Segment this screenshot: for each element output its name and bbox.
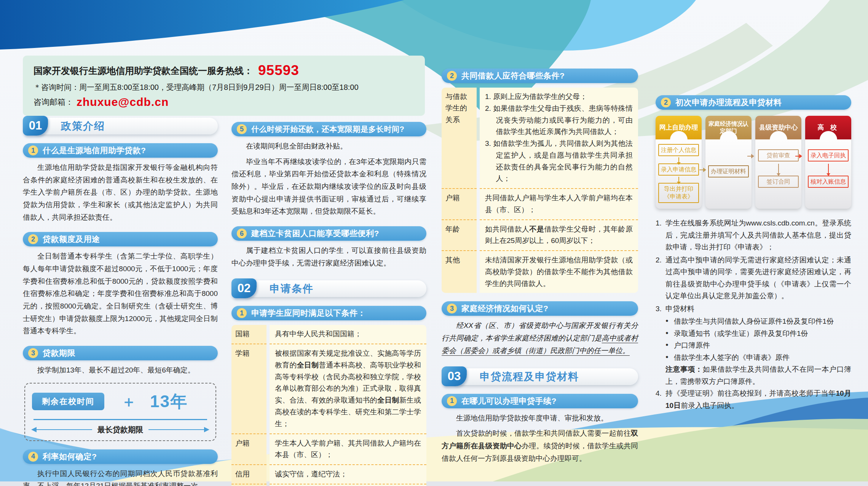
bullet-item: ● 录取通知书（或学生证）原件及复印件1份 [656, 328, 851, 340]
bullet-icon: ● [665, 339, 674, 352]
question-header-where-to-apply: 1 在哪儿可以办理申贷手续? [442, 394, 638, 408]
bullet-icon: ● [665, 328, 674, 340]
row-label: 年龄 [442, 219, 477, 251]
row-value: 学生本人入学前户籍、其共同借款人户籍均在本县（市、区）； [270, 433, 426, 465]
flow-step: 导出并打印《申请表》 [658, 183, 699, 203]
flow-step: 办理证明材料 [708, 165, 749, 177]
hotline-number: 95593 [258, 62, 299, 78]
table-row: 学籍 被根据国家有关规定批准设立、实施高等学历教育的全日制普通本科高校、高等职业… [231, 344, 426, 433]
question-title: 初次申请办理流程及申贷材料 [675, 97, 782, 108]
diagram-divider-line [34, 419, 207, 420]
down-arrow-icon [678, 177, 679, 182]
row-label: 家庭情况 [231, 484, 266, 486]
bullet-item: ● 借款学生本人签字的《申请表》原件 [656, 352, 851, 364]
question-number-badge: 1 [447, 396, 457, 406]
email-address: zhuxue@cdb.cn [77, 96, 169, 108]
email-label: 咨询邮箱： [34, 98, 73, 106]
numbered-item-4: 4. 持《受理证明》前往高校报到，并请高校老师于当年10月10日前录入电子回执。 [656, 387, 851, 411]
flow-card-county-center: 县级资助中心 贷前审查 签订合同 [755, 116, 801, 209]
student-conditions-table: 国籍 具有中华人民共和国国籍； 学籍 被根据国家有关规定批准设立、实施高等学历教… [231, 325, 426, 486]
question-title: 什么时候开始还款，还本宽限期是多长时间? [251, 124, 404, 134]
table-row: 年龄 如共同借款人不是借款学生父母时，其年龄原则上在25周岁以上，60周岁以下； [442, 219, 638, 251]
table-row: 户籍 学生本人入学前户籍、其共同借款人户籍均在本县（市、区）； [231, 433, 426, 465]
row-value: 诚实守信，遵纪守法； [270, 464, 426, 484]
row-value: 1. 原则上应为借款学生的父母； 2. 如果借款学生父母由于残疾、患病等特殊情况… [480, 88, 638, 188]
poster-page: 国家开发银行生源地信用助学贷款全国统一服务热线：95593 ＊咨询时间：周一至周… [0, 0, 868, 486]
down-arrow-icon [828, 164, 829, 174]
question-header-student-conditions: 1 申请学生应同时满足以下条件： [231, 306, 426, 320]
question-title: 建档立卡贫困人口能享受哪些便利? [251, 228, 379, 239]
row-label: 学籍 [231, 344, 266, 433]
paragraph-poverty-card: 属于建档立卡贫困人口的学生，可以直接前往县级资助中心办理申贷手续，无需进行家庭经… [231, 245, 426, 269]
bold-segment: 不是 [530, 225, 544, 233]
max-term-axis: 最长贷款期限 [32, 425, 209, 435]
item-text: 持《受理证明》前往高校报到，并请高校老师于当年10月10日前录入电子回执。 [665, 387, 851, 411]
question-title: 在哪儿可以办理申贷手续? [461, 396, 557, 406]
question-title: 什么是生源地信用助学贷款? [43, 145, 146, 156]
question-header-poverty-card: 6 建档立卡贫困人口能享受哪些便利? [231, 226, 426, 241]
cosigner-conditions-table: 与借款学生的关系 1. 原则上应为借款学生的父母； 2. 如果借款学生父母由于残… [442, 88, 638, 293]
flow-card-header: 高 校 [805, 116, 851, 139]
flow-card-header: 网上自助办理 [656, 116, 702, 139]
column-policy: 政策介绍 01 1 什么是生源地信用助学贷款? 生源地信用助学贷款是指国家开发银… [23, 117, 218, 486]
application-flowchart: 网上自助办理 注册个人信息 录入申请信息 导出并打印《申请表》 家庭经济情况认定… [656, 116, 851, 209]
section-title: 政策介绍 [33, 118, 218, 134]
flow-step: 签订合同 [758, 176, 799, 188]
question-header-repayment: 5 什么时候开始还款，还本宽限期是多长时间? [231, 122, 426, 136]
numbered-item-3: 3. 申贷材料 [656, 303, 851, 315]
bullet-text: 借款学生与共同借款人身份证原件1份及复印件1份 [674, 315, 834, 328]
table-row: 国籍 具有中华人民共和国国籍； [231, 325, 426, 344]
section-title: 申请条件 [241, 280, 426, 297]
flow-card-university: 高 校 录入电子回执 核对入账信息 [805, 116, 851, 209]
list-item: 2. 如果借款学生父母由于残疾、患病等特殊情况丧失劳动能力或民事行为能力的，可由… [485, 103, 633, 138]
paragraph-where-to-apply-1: 生源地信用助学贷款按年度申请、审批和发放。 [442, 412, 638, 425]
loan-term-formula: 剩余在校时间 ＋ 13年 [32, 390, 209, 413]
bold-segment: 全日制 [377, 396, 399, 404]
down-arrow-icon [778, 164, 779, 174]
text-segment: 首次贷款的时候，借款学生和共同借款人需要一起前往 [456, 429, 631, 437]
text-segment: 前录入电子回执。 [681, 401, 739, 409]
item-text: 通过高中预申请的同学无需进行家庭经济困难认定；未通过高中预申请的同学，需要先进行… [665, 254, 851, 302]
text-segment: 如共同借款人 [485, 225, 530, 233]
item-text: 学生在线服务系统网址为www.csls.cdb.com.cn。登录系统后，完成注… [665, 217, 851, 253]
section-header-02: 申请条件 02 [231, 279, 426, 297]
row-label: 户籍 [442, 188, 477, 219]
question-number-badge: 3 [447, 304, 457, 313]
question-number-badge: 4 [28, 452, 38, 462]
table-row: 户籍 共同借款人户籍与学生本人入学前户籍均在本县（市、区）； [442, 188, 638, 219]
flow-step: 贷前审查 [758, 149, 799, 161]
bullet-item: ● 借款学生与共同借款人身份证原件1份及复印件1份 [656, 315, 851, 328]
hotline-hours: ＊咨询时间：周一至周五8:00至18:00，受理高峰期（7月8日到9月29日）周… [34, 82, 414, 93]
bullet-text: 录取通知书（或学生证）原件及复印件1份 [674, 328, 808, 340]
row-label: 国籍 [231, 325, 266, 344]
section-title: 申贷流程及申贷材料 [452, 368, 638, 385]
paragraph-interest-rate: 执行中国人民银行公布的同期同档次人民币贷款基准利率，不上浮。每年12月21日根据… [23, 468, 218, 486]
table-row: 家庭情况 经有权部门认定，家庭经济困难，家庭经济收入不足以支付学生在校期间完成学… [231, 484, 426, 486]
flow-card-header: 县级资助中心 [755, 116, 801, 139]
column-repayment-conditions: 5 什么时候开始还款，还本宽限期是多长时间? 在读期间利息全部由财政补贴。 毕业… [231, 117, 426, 486]
down-arrow-icon [678, 157, 679, 163]
bullet-text: 户口簿原件 [674, 339, 710, 352]
question-number-badge: 1 [237, 308, 247, 318]
flow-card-online-self-service: 网上自助办理 注册个人信息 录入申请信息 导出并打印《申请表》 [656, 116, 702, 209]
row-label: 与借款学生的关系 [442, 88, 477, 188]
hotline-line: 国家开发银行生源地信用助学贷款全国统一服务热线：95593 [34, 62, 414, 78]
bold-segment: 全日制 [297, 361, 319, 369]
flow-step: 注册个人信息 [658, 144, 699, 156]
item-number: 1. [656, 217, 665, 253]
hotline-email-line: 咨询邮箱：zhuxue@cdb.cn [34, 96, 414, 109]
right-arrow-icon [699, 168, 706, 172]
paragraph-what-is-loan: 生源地信用助学贷款是指国家开发银行等金融机构向符合条件的家庭经济困难的普通高校新… [23, 161, 218, 224]
paragraph-repayment-2: 毕业当年不再继续攻读学位的，在3年还本宽限期内只需偿还利息，毕业第四年开始偿还贷… [231, 156, 426, 218]
item-number: 3. [656, 303, 665, 315]
flow-card-body: 注册个人信息 录入申请信息 导出并打印《申请表》 [656, 139, 702, 209]
question-header-family-assessment: 3 家庭经济情况如何认定? [442, 301, 638, 316]
row-value: 经有权部门认定，家庭经济困难，家庭经济收入不足以支付学生在校期间完成学业所需的基… [270, 484, 426, 486]
flow-card-body: 录入电子回执 核对入账信息 [805, 139, 851, 209]
numbered-item-1: 1. 学生在线服务系统网址为www.csls.cdb.com.cn。登录系统后，… [656, 217, 851, 253]
question-number-badge: 6 [237, 229, 247, 238]
list-item: 1. 原则上应为借款学生的父母； [485, 91, 633, 103]
bullet-item: ● 户口簿原件 [656, 339, 851, 352]
row-value: 如共同借款人不是借款学生父母时，其年龄原则上在25周岁以上，60周岁以下； [480, 219, 638, 251]
question-number-badge: 2 [447, 71, 457, 81]
